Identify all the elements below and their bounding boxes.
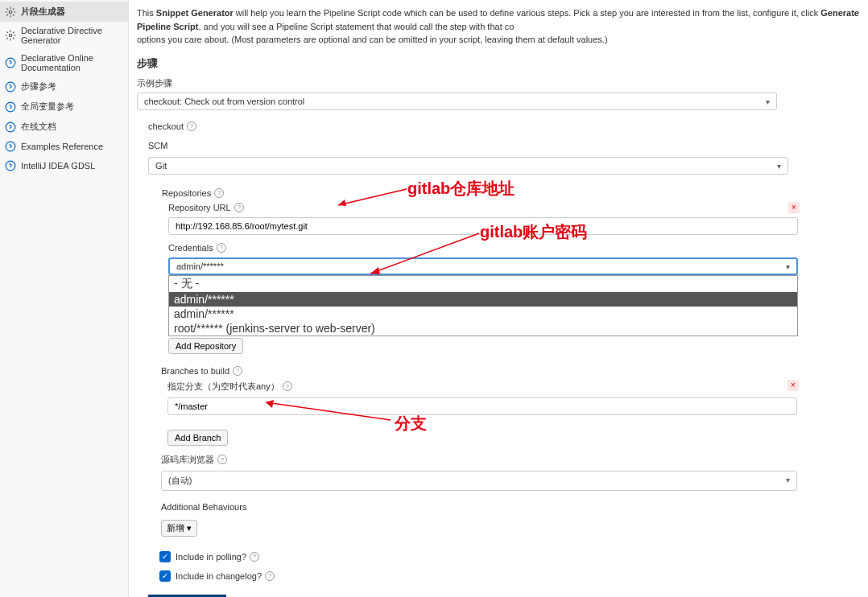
sidebar-item-snippet-generator[interactable]: 片段生成器 <box>0 2 128 22</box>
branch-spec-label: 指定分支（为空时代表any） ? <box>167 381 797 393</box>
sidebar-item-global-ref[interactable]: 全局变量参考 <box>0 97 128 117</box>
help-icon[interactable]: ? <box>217 243 226 253</box>
help-icon[interactable]: ? <box>217 455 227 464</box>
sidebar-item-directive-generator[interactable]: Declarative Directive Generator <box>0 22 128 49</box>
scm-select[interactable]: Git <box>148 157 788 175</box>
sidebar-label: Examples Reference <box>21 142 103 151</box>
changelog-checkbox-row: ✓ Include in changelog? ? <box>159 570 868 582</box>
help-icon <box>5 57 16 68</box>
sidebar-label: Declarative Online Documentation <box>21 53 123 72</box>
chevron-down-icon <box>777 161 781 171</box>
credentials-select[interactable]: admin/****** <box>168 257 798 275</box>
help-icon[interactable]: ? <box>250 552 259 562</box>
sidebar-item-examples[interactable]: Examples Reference <box>0 137 128 156</box>
add-behavior-button[interactable]: 新增 ▾ <box>161 520 197 537</box>
changelog-checkbox[interactable]: ✓ <box>159 570 171 582</box>
sidebar-item-step-ref[interactable]: 步骤参考 <box>0 76 128 97</box>
generate-script-button[interactable]: 生成流水线脚本 <box>148 595 226 598</box>
chevron-down-icon <box>786 261 790 271</box>
scm-label: SCM <box>148 141 868 150</box>
sample-step-label: 示例步骤 <box>137 77 868 89</box>
close-icon[interactable]: × <box>787 380 799 391</box>
sidebar-item-online-docs[interactable]: Declarative Online Documentation <box>0 49 128 76</box>
svg-point-0 <box>9 10 12 14</box>
help-icon[interactable]: ? <box>234 203 244 212</box>
sidebar-label: Declarative Directive Generator <box>21 26 123 45</box>
help-icon <box>5 81 16 93</box>
sidebar-label: 在线文档 <box>21 121 56 133</box>
additional-label: Additional Behaviours <box>161 502 868 512</box>
sidebar-label: 全局变量参考 <box>21 101 74 113</box>
credentials-dropdown: - 无 - admin/****** admin/****** root/***… <box>168 275 798 336</box>
svg-point-2 <box>6 58 15 68</box>
sidebar-label: 步骤参考 <box>21 80 56 93</box>
sidebar: 片段生成器 Declarative Directive Generator De… <box>0 0 129 597</box>
cred-option-root[interactable]: root/****** (jenkins-server to web-serve… <box>169 321 797 336</box>
checkout-label: checkout ? <box>148 121 868 131</box>
section-title: 步骤 <box>137 56 868 71</box>
gear-icon <box>5 30 16 41</box>
cred-option-admin2[interactable]: admin/****** <box>169 307 797 321</box>
branch-input[interactable] <box>167 397 797 415</box>
repo-url-label: Repository URL ? <box>168 203 798 212</box>
polling-label: Include in polling? <box>176 552 246 562</box>
help-icon[interactable]: ? <box>214 188 224 198</box>
repositories-label: Repositories ? <box>162 188 867 198</box>
help-icon <box>5 160 16 171</box>
main-content: This Snippet Generator will help you lea… <box>129 0 868 597</box>
svg-point-3 <box>6 82 15 92</box>
help-icon[interactable]: ? <box>265 571 275 581</box>
help-icon <box>5 101 16 113</box>
close-icon[interactable]: × <box>788 202 800 213</box>
gear-icon <box>5 6 16 18</box>
sidebar-item-online-wendang[interactable]: 在线文档 <box>0 117 128 137</box>
cred-option-admin1[interactable]: admin/****** <box>169 292 797 307</box>
sidebar-label: IntelliJ IDEA GDSL <box>21 161 95 171</box>
credentials-label: Credentials ? <box>168 243 798 253</box>
help-icon <box>5 141 16 152</box>
intro-text: This Snippet Generator will help you lea… <box>137 6 868 47</box>
sample-step-select[interactable]: checkout: Check out from version control <box>137 93 777 110</box>
cred-option-none[interactable]: - 无 - <box>169 276 797 292</box>
help-icon[interactable]: ? <box>283 381 292 391</box>
add-repository-button[interactable]: Add Repository <box>168 338 243 354</box>
sidebar-label: 片段生成器 <box>21 6 65 18</box>
repo-url-input[interactable] <box>168 217 798 235</box>
browser-select[interactable]: (自动) <box>161 471 797 491</box>
svg-point-1 <box>9 34 12 37</box>
help-icon[interactable]: ? <box>233 366 242 376</box>
chevron-down-icon <box>786 475 790 487</box>
help-icon[interactable]: ? <box>187 121 196 131</box>
add-branch-button[interactable]: Add Branch <box>167 430 228 446</box>
sidebar-item-intellij[interactable]: IntelliJ IDEA GDSL <box>0 156 128 175</box>
changelog-label: Include in changelog? <box>176 571 262 581</box>
polling-checkbox[interactable]: ✓ <box>159 551 171 562</box>
branches-label: Branches to build ? <box>161 366 868 376</box>
chevron-down-icon <box>766 97 770 106</box>
polling-checkbox-row: ✓ Include in polling? ? <box>159 551 868 562</box>
help-icon <box>5 121 16 133</box>
browser-label: 源码库浏览器 ? <box>161 454 868 466</box>
